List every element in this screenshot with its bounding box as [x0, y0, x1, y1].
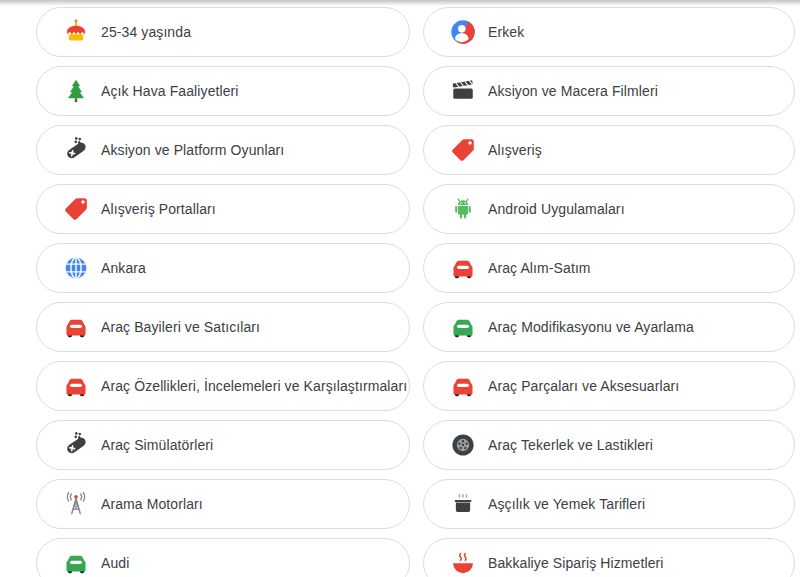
chip-ascilik-ve-yemek-tarifleri[interactable]: Aşçılık ve Yemek Tarifleri: [423, 479, 795, 529]
cooking-pot-icon: [450, 491, 476, 517]
gamepad-icon: [63, 137, 89, 163]
chip-erkek[interactable]: Erkek: [423, 7, 795, 57]
chip-label: Bakkaliye Sipariş Hizmetleri: [488, 556, 664, 570]
red-car-icon: [63, 314, 89, 340]
gamepad-icon: [63, 432, 89, 458]
chip-label: 25-34 yaşında: [101, 25, 191, 39]
chip-label: Erkek: [488, 25, 524, 39]
chip-arac-parcalari-ve-aksesuarlari[interactable]: Araç Parçaları ve Aksesuarları: [423, 361, 795, 411]
green-car-icon: [450, 314, 476, 340]
radio-tower-icon: [63, 491, 89, 517]
green-car-icon: [63, 550, 89, 576]
chip-arac-tekerlek-ve-lastikleri[interactable]: Araç Tekerlek ve Lastikleri: [423, 420, 795, 470]
price-tag-icon: [450, 137, 476, 163]
chip-arac-alim-satim[interactable]: Araç Alım-Satım: [423, 243, 795, 293]
chip-arac-simulatorleri[interactable]: Araç Simülatörleri: [36, 420, 410, 470]
red-car-icon: [63, 373, 89, 399]
chip-label: Araç Modifikasyonu ve Ayarlama: [488, 320, 694, 334]
clapperboard-icon: [450, 78, 476, 104]
chip-acik-hava-faaliyetleri[interactable]: Açık Hava Faaliyetleri: [36, 66, 410, 116]
chip-android-uygulamalari[interactable]: Android Uygulamaları: [423, 184, 795, 234]
globe-icon: [63, 255, 89, 281]
soup-bowl-icon: [450, 550, 476, 576]
chip-arac-bayileri-ve-saticilari[interactable]: Araç Bayileri ve Satıcıları: [36, 302, 410, 352]
chip-aksiyon-ve-macera-filmleri[interactable]: Aksiyon ve Macera Filmleri: [423, 66, 795, 116]
chip-label: Araç Alım-Satım: [488, 261, 591, 275]
chip-arac-ozellikleri-incelemeleri[interactable]: Araç Özellikleri, İncelemeleri ve Karşıl…: [36, 361, 410, 411]
chip-audi[interactable]: Audi: [36, 538, 410, 577]
gender-person-icon: [450, 19, 476, 45]
chip-label: Alışveriş: [488, 143, 542, 157]
chip-ankara[interactable]: Ankara: [36, 243, 410, 293]
red-car-icon: [450, 255, 476, 281]
chip-label: Audi: [101, 556, 129, 570]
chip-arac-modifikasyonu-ve-ayarlama[interactable]: Araç Modifikasyonu ve Ayarlama: [423, 302, 795, 352]
chip-label: Ankara: [101, 261, 146, 275]
chip-label: Araç Simülatörleri: [101, 438, 213, 452]
chip-label: Android Uygulamaları: [488, 202, 625, 216]
chip-label: Araç Bayileri ve Satıcıları: [101, 320, 260, 334]
chip-label: Aksiyon ve Platform Oyunları: [101, 143, 284, 157]
chip-alisveris[interactable]: Alışveriş: [423, 125, 795, 175]
price-tag-icon: [63, 196, 89, 222]
chip-label: Araç Parçaları ve Aksesuarları: [488, 379, 679, 393]
chip-label: Arama Motorları: [101, 497, 203, 511]
pine-tree-icon: [63, 78, 89, 104]
chip-alisveris-portallari[interactable]: Alışveriş Portalları: [36, 184, 410, 234]
chip-label: Aksiyon ve Macera Filmleri: [488, 84, 658, 98]
chip-label: Aşçılık ve Yemek Tarifleri: [488, 497, 645, 511]
chip-bakkaliye-siparis-hizmetleri[interactable]: Bakkaliye Sipariş Hizmetleri: [423, 538, 795, 577]
birthday-cake-icon: [63, 19, 89, 45]
top-edge-shadow: [0, 0, 800, 6]
tire-icon: [450, 432, 476, 458]
chip-label: Araç Özellikleri, İncelemeleri ve Karşıl…: [101, 379, 407, 393]
interest-chip-grid: 25-34 yaşında Erkek Açık Hava Faaliyetle…: [36, 7, 795, 577]
red-car-icon: [450, 373, 476, 399]
android-robot-icon: [450, 196, 476, 222]
chip-label: Alışveriş Portalları: [101, 202, 216, 216]
chip-label: Araç Tekerlek ve Lastikleri: [488, 438, 653, 452]
chip-25-34-yasinda[interactable]: 25-34 yaşında: [36, 7, 410, 57]
chip-label: Açık Hava Faaliyetleri: [101, 84, 239, 98]
chip-aksiyon-ve-platform-oyunlari[interactable]: Aksiyon ve Platform Oyunları: [36, 125, 410, 175]
chip-arama-motorlari[interactable]: Arama Motorları: [36, 479, 410, 529]
